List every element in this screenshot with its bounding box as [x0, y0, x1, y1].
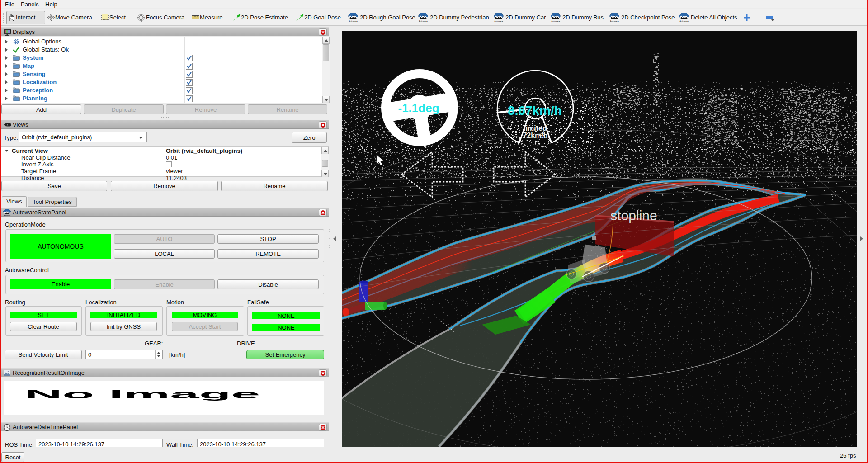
- svg-text:stopline: stopline: [610, 208, 657, 223]
- svg-text:8.67km/h: 8.67km/h: [508, 104, 562, 118]
- svg-text:Autoware: Autoware: [679, 20, 689, 23]
- svg-text:Autoware: Autoware: [551, 20, 560, 23]
- svg-text:Autoware: Autoware: [419, 20, 428, 23]
- svg-text:Autoware: Autoware: [610, 20, 619, 23]
- svg-text:72km/h: 72km/h: [523, 132, 547, 139]
- svg-text:limited: limited: [524, 124, 547, 132]
- svg-text:Autoware: Autoware: [494, 20, 503, 23]
- svg-text:-1.1deg: -1.1deg: [398, 101, 439, 115]
- svg-text:Autoware: Autoware: [349, 20, 358, 23]
- svg-text:Autoware: Autoware: [4, 215, 10, 216]
